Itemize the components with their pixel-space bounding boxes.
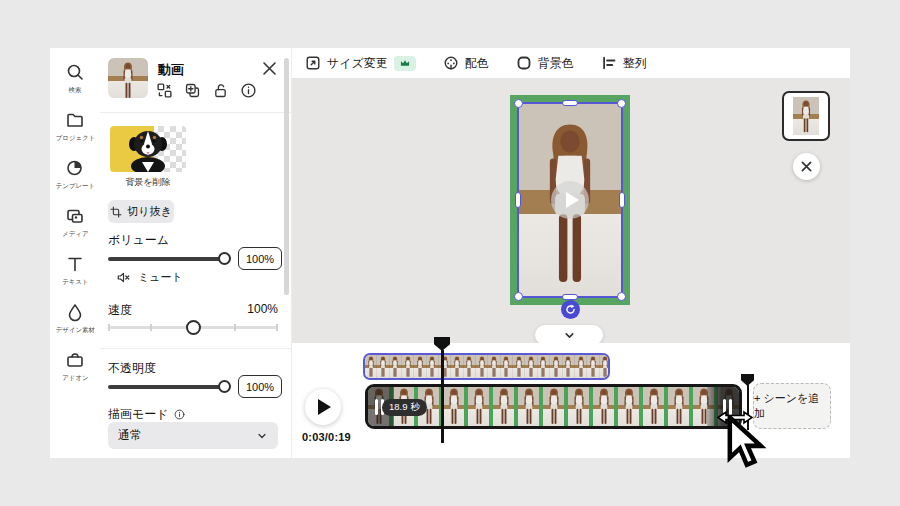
opacity-slider-thumb[interactable]: [218, 380, 231, 393]
unlock-icon[interactable]: [212, 82, 229, 99]
mute-button[interactable]: ミュート: [116, 270, 183, 285]
scene-background[interactable]: [510, 95, 630, 305]
sidebar-item-label: アドオン: [62, 373, 88, 382]
volume-slider-thumb[interactable]: [218, 252, 231, 265]
folder-icon: [65, 110, 85, 130]
sidebar-item-templates[interactable]: テンプレート: [50, 158, 100, 191]
film-frame: [451, 355, 463, 378]
slider-tick: [150, 324, 152, 331]
dog-graphic: [124, 128, 172, 172]
speed-slider-thumb[interactable]: [186, 320, 201, 335]
element-actions: [156, 82, 257, 99]
opacity-label: 不透明度: [108, 360, 156, 377]
sidebar-item-text[interactable]: テキスト: [50, 254, 100, 287]
palette-label: 配色: [465, 55, 489, 72]
bg-color-icon: [516, 55, 532, 71]
close-float-button[interactable]: [793, 153, 820, 180]
remove-background-label: 背景を削除: [104, 176, 192, 189]
duplicate-icon[interactable]: [184, 82, 201, 99]
timeline-play-button[interactable]: [305, 389, 341, 425]
film-frame: [468, 387, 489, 426]
film-frame: [377, 355, 389, 378]
panel-scrollbar[interactable]: [284, 58, 289, 295]
film-frame: [600, 355, 610, 378]
film-frame: [513, 355, 525, 378]
sidebar-item-elements[interactable]: デザイン素材: [50, 302, 100, 335]
blend-mode-label: 描画モード: [108, 406, 169, 423]
align-label: 整列: [623, 55, 647, 72]
volume-value[interactable]: 100%: [238, 247, 282, 270]
film-frame: [643, 387, 664, 426]
timeline-track-video[interactable]: [363, 353, 610, 380]
close-icon: [801, 161, 812, 172]
divider: [100, 112, 292, 113]
playhead-line[interactable]: [441, 350, 444, 443]
background-color-button[interactable]: 背景色: [516, 55, 574, 72]
playhead-marker[interactable]: [434, 337, 450, 351]
rotate-handle[interactable]: [561, 300, 580, 319]
blend-mode-dropdown[interactable]: 通常: [108, 422, 278, 449]
scene-thumbnail: [793, 97, 819, 135]
film-frame: [550, 355, 562, 378]
video-element[interactable]: [518, 103, 622, 297]
align-icon: [601, 55, 617, 71]
close-panel-icon[interactable]: [262, 61, 277, 76]
canvas-area: [292, 79, 850, 343]
film-frame: [543, 387, 564, 426]
volume-slider[interactable]: [108, 257, 230, 261]
media-icon: [65, 206, 85, 226]
resize-button[interactable]: サイズ変更: [305, 55, 416, 72]
timeline-track-scene[interactable]: 18.9 秒: [365, 384, 742, 429]
filmstrip: [365, 355, 608, 378]
background-color-label: 背景色: [538, 55, 574, 72]
selected-element-thumbnail[interactable]: [108, 58, 148, 98]
crop-button[interactable]: 切り抜き: [108, 200, 174, 223]
sidebar-item-label: 検索: [69, 85, 82, 94]
person-thumbnail-graphic: [798, 100, 814, 134]
volume-label: ボリューム: [108, 232, 169, 249]
collapse-timeline-button[interactable]: [535, 325, 603, 345]
properties-panel: 動画 背景を削除: [100, 48, 292, 458]
film-frame: [476, 355, 488, 378]
panel-title: 動画: [158, 61, 184, 79]
film-frame: [563, 355, 575, 378]
info-icon[interactable]: [240, 82, 257, 99]
remove-background-preview[interactable]: [110, 126, 186, 172]
palette-button[interactable]: 配色: [443, 55, 489, 72]
shapes-icon: [65, 302, 85, 322]
film-frame: [593, 387, 614, 426]
replace-icon[interactable]: [156, 82, 173, 99]
text-icon: [65, 254, 85, 274]
resize-label: サイズ変更: [327, 55, 388, 72]
info-icon[interactable]: [174, 409, 185, 420]
pro-badge: [394, 56, 416, 71]
film-frame: [587, 355, 599, 378]
sidebar-item-addons[interactable]: アドオン: [50, 350, 100, 383]
sidebar-item-label: プロジェクト: [55, 133, 95, 142]
film-frame: [518, 387, 539, 426]
film-frame: [618, 387, 639, 426]
sidebar-item-projects[interactable]: プロジェクト: [50, 110, 100, 143]
crop-label: 切り抜き: [127, 204, 172, 219]
film-frame: [414, 355, 426, 378]
sidebar-item-search[interactable]: 検索: [50, 62, 100, 95]
palette-icon: [443, 55, 459, 71]
nav-rail: 検索 プロジェクト テンプレート メディア テキスト デザイン素材 アドオン: [50, 48, 100, 458]
canvas-toolbar: サイズ変更 配色 背景色 整列: [292, 48, 850, 79]
play-overlay[interactable]: [551, 181, 589, 219]
sidebar-item-media[interactable]: メディア: [50, 206, 100, 239]
opacity-slider[interactable]: [108, 385, 230, 389]
slider-tick: [234, 324, 236, 331]
chevron-down-icon: [563, 329, 576, 342]
opacity-value[interactable]: 100%: [238, 375, 282, 398]
speed-value: 100%: [108, 302, 278, 316]
blend-mode-row: 描画モード: [108, 406, 185, 423]
sidebar-item-label: テキスト: [62, 277, 88, 286]
resize-icon: [305, 55, 321, 71]
addons-icon: [65, 350, 85, 370]
crop-icon: [110, 206, 122, 218]
align-button[interactable]: 整列: [601, 55, 647, 72]
sidebar-item-label: メディア: [62, 229, 88, 238]
scene-thumbnail-card[interactable]: [782, 91, 830, 141]
trim-grip-bar: [375, 399, 378, 415]
